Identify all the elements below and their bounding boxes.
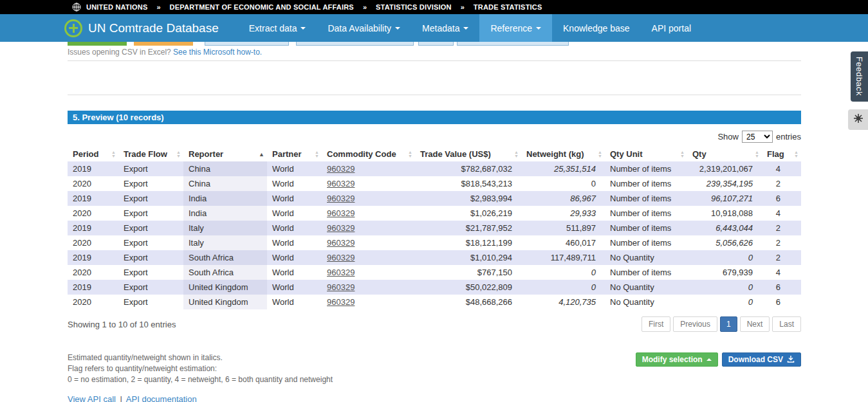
partial-button-1[interactable] [68,42,127,46]
column-header-netweight[interactable]: Netweight (kg)▲▼ [521,147,605,161]
cell-flag: 4 [762,161,801,176]
commodity-code-link[interactable]: 960329 [327,268,355,277]
commodity-code-link[interactable]: 960329 [327,194,355,203]
cell-reporter: South Africa [183,250,267,265]
cell-commodity-code: 960329 [322,235,415,250]
pagination-1[interactable]: 1 [720,316,737,332]
download-icon [787,355,795,365]
brand[interactable]: UN Comtrade Database [64,14,219,42]
api-links: View API call | API documentation [68,394,801,402]
comtrade-logo-icon [64,19,82,37]
column-header-period[interactable]: Period▲▼ [68,147,118,161]
pagination: FirstPrevious1NextLast [642,316,801,332]
cutoff-buttons-row [68,42,801,46]
csv-howto-link[interactable]: See this Microsoft how-to. [173,48,262,57]
column-label: Netweight (kg) [526,149,584,159]
cell-qty: 10,918,088 [687,206,762,221]
cell-qty-unit: Number of items [605,161,687,176]
feedback-tab[interactable]: Feedback [851,51,868,102]
table-row: 2019ExportUnited KingdomWorld960329$50,0… [68,280,801,295]
breadcrumb-item[interactable]: TRADE STATISTICS [474,3,542,11]
cell-partner: World [267,191,322,206]
partial-button-5[interactable] [418,42,454,46]
cell-reporter: South Africa [183,265,267,280]
column-header-reporter[interactable]: Reporter▲ [183,147,267,161]
table-row: 2020ExportUnited KingdomWorld960329$48,6… [68,295,801,309]
column-header-partner[interactable]: Partner▲▼ [267,147,322,161]
cell-trade-flow: Export [118,191,183,206]
partial-button-4[interactable] [296,42,414,46]
partial-button-2[interactable] [134,42,193,46]
cell-period: 2019 [68,191,118,206]
cell-qty-unit: Number of items [605,235,687,250]
column-label: Qty [692,149,706,159]
breadcrumb-item[interactable]: DEPARTMENT OF ECONOMIC AND SOCIAL AFFAIR… [170,3,354,11]
nav-item-label: Knowledge base [563,23,630,33]
commodity-code-link[interactable]: 960329 [327,282,355,292]
table-row: 2019ExportChinaWorld960329$782,687,03225… [68,161,801,176]
nav-item-knowledge-base[interactable]: Knowledge base [552,14,641,42]
commodity-code-link[interactable]: 960329 [327,253,355,262]
table-row: 2020ExportSouth AfricaWorld960329$767,15… [68,265,801,280]
nav-item-metadata[interactable]: Metadata [411,14,479,42]
commodity-code-link[interactable]: 960329 [327,297,355,307]
cell-trade-value: $2,983,994 [415,191,521,206]
preview-table: Period▲▼Trade Flow▲▼Reporter▲Partner▲▼Co… [68,147,801,309]
commodity-code-link[interactable]: 960329 [327,223,355,233]
column-header-trade-value[interactable]: Trade Value (US$)▲▼ [415,147,521,161]
page-size-select[interactable]: 25 [742,131,773,143]
column-header-qty-unit[interactable]: Qty Unit▲▼ [605,147,687,161]
csv-note: Issues opening CSV in Excel? See this Mi… [68,48,801,57]
sort-ascending-icon: ▲ [259,151,264,158]
column-header-commodity-code[interactable]: Commodity Code▲▼ [322,147,415,161]
cell-flag: 4 [762,265,801,280]
column-header-qty[interactable]: Qty▲▼ [687,147,762,161]
cell-trade-flow: Export [118,250,183,265]
view-api-call-link[interactable]: View API call [68,394,116,402]
cell-flag: 2 [762,176,801,191]
column-label: Qty Unit [610,149,643,159]
modify-selection-button[interactable]: Modify selection [636,352,718,367]
partial-button-6[interactable] [457,42,569,46]
partial-button-3[interactable] [205,42,289,46]
cell-reporter: China [183,176,267,191]
nav-item-data-availability[interactable]: Data Availability [317,14,411,42]
nav-item-reference[interactable]: Reference [479,14,552,42]
breadcrumb-item[interactable]: UNITED NATIONS [86,3,147,11]
column-header-trade-flow[interactable]: Trade Flow▲▼ [118,147,183,161]
column-header-flag[interactable]: Flag▲▼ [762,147,801,161]
cell-commodity-code: 960329 [322,295,415,309]
cell-qty-unit: No Quantity [605,250,687,265]
table-row: 2019ExportItalyWorld960329$21,787,952511… [68,221,801,235]
cell-trade-flow: Export [118,161,183,176]
cell-commodity-code: 960329 [322,265,415,280]
bottom-row: Estimated quantity/netweight shown in it… [68,352,801,385]
api-documentation-link[interactable]: API documentation [126,394,197,402]
cell-partner: World [267,250,322,265]
cell-reporter: China [183,161,267,176]
download-csv-button[interactable]: Download CSV [722,352,801,367]
cell-qty: 0 [687,280,762,295]
commodity-code-link[interactable]: 960329 [327,238,355,248]
cell-qty: 2,319,201,067 [687,161,762,176]
pagination-previous[interactable]: Previous [673,316,717,332]
un-breadcrumb-bar: UNITED NATIONS»DEPARTMENT OF ECONOMIC AN… [0,0,868,14]
nav-item-api-portal[interactable]: API portal [641,14,702,42]
nav-item-extract-data[interactable]: Extract data [238,14,317,42]
footer-notes: Estimated quantity/netweight shown in it… [68,352,333,385]
table-body: 2019ExportChinaWorld960329$782,687,03225… [68,161,801,309]
caret-down-icon [395,27,400,30]
commodity-code-link[interactable]: 960329 [327,208,355,218]
cell-qty: 0 [687,250,762,265]
pagination-first[interactable]: First [642,316,670,332]
column-label: Commodity Code [327,149,396,159]
cell-commodity-code: 960329 [322,250,415,265]
pagination-last[interactable]: Last [772,316,801,332]
pagination-next[interactable]: Next [740,316,770,332]
accessibility-widget-tab[interactable] [848,109,868,130]
commodity-code-link[interactable]: 960329 [327,179,355,188]
cell-flag: 6 [762,191,801,206]
modify-selection-label: Modify selection [642,355,703,364]
commodity-code-link[interactable]: 960329 [327,164,355,174]
breadcrumb-item[interactable]: STATISTICS DIVISION [376,3,452,11]
